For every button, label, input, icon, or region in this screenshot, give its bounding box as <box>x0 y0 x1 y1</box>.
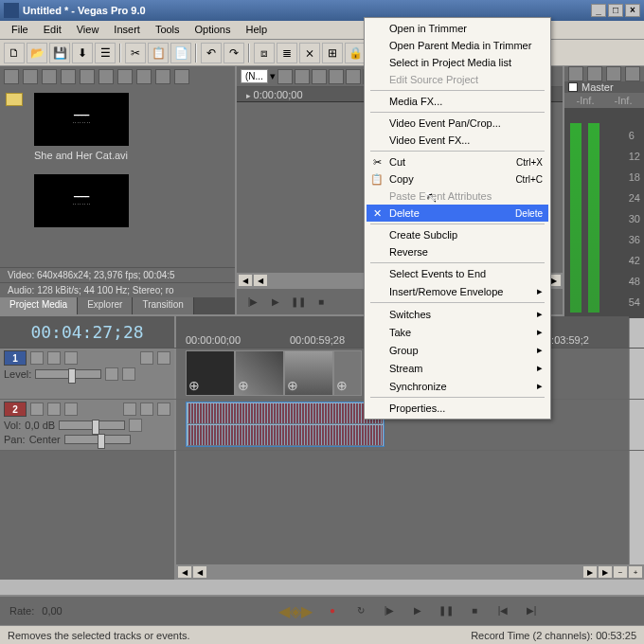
mute-icon[interactable] <box>123 402 136 416</box>
ctx-select-list[interactable]: Select in Project Media list <box>367 54 548 71</box>
tool-icon[interactable] <box>606 66 621 81</box>
media-thumbnail[interactable]: ━━━━·· ·· ·· ·· <box>34 93 129 146</box>
menu-options[interactable]: Options <box>188 21 239 39</box>
ctx-media-fx[interactable]: Media FX... <box>367 93 548 110</box>
tool-icon[interactable] <box>136 69 152 84</box>
comp-icon[interactable] <box>105 367 118 381</box>
vol-slider[interactable] <box>59 420 125 430</box>
track-number[interactable]: 1 <box>4 350 27 366</box>
close-button[interactable]: × <box>625 4 640 17</box>
tool-icon[interactable] <box>587 66 602 81</box>
minimize-button[interactable]: _ <box>591 4 606 17</box>
video-clip[interactable] <box>186 350 362 396</box>
ctx-stream[interactable]: Stream▸ <box>367 359 548 377</box>
open-icon[interactable]: 📂 <box>27 43 47 63</box>
menu-help[interactable]: Help <box>238 21 275 39</box>
media-thumbnail[interactable]: ━━━━·· ·· ·· ·· <box>34 174 129 227</box>
audio-clip[interactable] <box>186 402 385 447</box>
play-start-icon[interactable]: |▶ <box>381 602 398 619</box>
ctx-subclip[interactable]: Create Subclip <box>367 226 548 243</box>
tool-icon[interactable] <box>295 69 310 84</box>
video-track-header[interactable]: 1 Level: <box>0 349 176 399</box>
ctx-sync[interactable]: Synchronize▸ <box>367 377 548 395</box>
media-filename[interactable]: She and Her Cat.avi <box>34 150 229 161</box>
menu-edit[interactable]: Edit <box>36 21 69 39</box>
snap-icon[interactable]: ⧈ <box>254 43 275 63</box>
ctx-select-end[interactable]: Select Events to End <box>367 265 548 282</box>
go-end-icon[interactable]: ▶| <box>523 602 540 619</box>
ctx-group[interactable]: Group▸ <box>367 341 548 359</box>
touch-icon[interactable] <box>129 419 142 432</box>
ctx-take[interactable]: Take▸ <box>367 323 548 341</box>
ctx-event-fx[interactable]: Video Event FX... <box>367 132 548 149</box>
arm-icon[interactable] <box>30 402 44 416</box>
tool-icon[interactable] <box>117 69 133 84</box>
scroll-left-icon[interactable]: ◀ <box>238 274 253 287</box>
auto-icon[interactable] <box>64 351 78 365</box>
timeline-scrollbar[interactable]: ◀◀ ▶▶ −+ <box>176 564 644 580</box>
audio-track-header[interactable]: 2 Vol: 0,0 dB Pan: Center <box>0 400 176 450</box>
menu-view[interactable]: View <box>69 21 107 39</box>
search-icon[interactable] <box>174 69 189 84</box>
tool-icon[interactable] <box>329 69 344 84</box>
tool-icon[interactable] <box>568 66 583 81</box>
solo-icon[interactable] <box>140 402 153 416</box>
stop-icon[interactable]: ■ <box>313 294 330 311</box>
tab-transitions[interactable]: Transition <box>133 297 194 314</box>
mute-icon[interactable] <box>140 351 153 365</box>
lock-icon[interactable]: 🔒 <box>345 43 366 63</box>
tool-icon[interactable] <box>80 69 95 84</box>
track-number[interactable]: 2 <box>4 402 27 417</box>
motion-icon[interactable] <box>122 367 135 381</box>
cut-icon[interactable]: ✂ <box>125 43 146 63</box>
render-icon[interactable]: ⬇ <box>72 43 93 63</box>
copy-icon[interactable]: 📋 <box>148 43 169 63</box>
level-slider[interactable] <box>35 369 101 379</box>
marker-bar[interactable] <box>629 316 644 348</box>
ctx-switches[interactable]: Switches▸ <box>367 305 548 323</box>
ctx-pan-crop[interactable]: Video Event Pan/Crop... <box>367 115 548 132</box>
ctx-delete[interactable]: ✕DeleteDelete <box>367 205 548 222</box>
maximize-button[interactable]: □ <box>608 4 623 17</box>
tab-project-media[interactable]: Project Media <box>0 297 78 314</box>
solo-icon[interactable] <box>157 351 170 365</box>
phase-icon[interactable] <box>157 402 170 416</box>
tool-icon[interactable] <box>98 69 114 84</box>
redo-icon[interactable]: ↷ <box>224 43 244 63</box>
loop-icon[interactable]: ↻ <box>352 602 369 619</box>
tool-icon[interactable] <box>312 69 327 84</box>
ctx-open-trimmer[interactable]: Open in Trimmer <box>367 20 548 37</box>
bypass-icon[interactable] <box>30 351 44 365</box>
ctx-open-parent[interactable]: Open Parent Media in Trimmer <box>367 37 548 54</box>
tab-explorer[interactable]: Explorer <box>78 297 133 314</box>
play-icon[interactable]: ▶ <box>409 602 426 619</box>
menu-tools[interactable]: Tools <box>148 21 188 39</box>
properties-icon[interactable]: ☰ <box>95 43 116 63</box>
timecode-display[interactable]: 00:04:27;28 <box>0 316 176 348</box>
fx-icon[interactable] <box>47 402 61 416</box>
folder-icon[interactable] <box>6 93 23 106</box>
menu-insert[interactable]: Insert <box>106 21 148 39</box>
play-start-icon[interactable]: |▶ <box>244 294 261 311</box>
record-icon[interactable]: ● <box>324 602 341 619</box>
scrub-control[interactable]: ◀◈▶ <box>278 602 313 620</box>
auto-icon[interactable] <box>64 402 78 416</box>
save-icon[interactable]: 💾 <box>49 43 70 63</box>
master-checkbox[interactable] <box>568 82 578 92</box>
menu-file[interactable]: File <box>4 21 36 39</box>
paste-icon[interactable]: 📄 <box>170 43 191 63</box>
ctx-copy[interactable]: 📋CopyCtrl+C <box>367 170 548 188</box>
autocross-icon[interactable]: ⨯ <box>299 43 320 63</box>
tool-icon[interactable] <box>155 69 170 84</box>
tool-icon[interactable] <box>277 69 293 84</box>
tool-icon[interactable] <box>42 69 57 84</box>
ctx-reverse[interactable]: Reverse <box>367 243 548 260</box>
play-icon[interactable]: ▶ <box>267 294 284 311</box>
quantize-icon[interactable]: ⊞ <box>322 43 343 63</box>
stop-icon[interactable]: ■ <box>466 602 483 619</box>
tool-icon[interactable] <box>61 69 76 84</box>
tool-icon[interactable] <box>4 69 19 84</box>
new-icon[interactable]: 🗋 <box>4 43 25 63</box>
ripple-icon[interactable]: ≣ <box>277 43 297 63</box>
ctx-envelope[interactable]: Insert/Remove Envelope▸ <box>367 282 548 300</box>
